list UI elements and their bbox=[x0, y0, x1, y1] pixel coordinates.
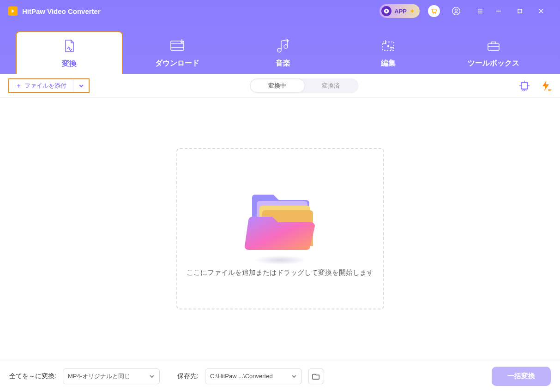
medal-icon bbox=[381, 6, 391, 16]
app-promo-pill[interactable]: APP ✦ bbox=[379, 4, 420, 18]
svg-point-16 bbox=[387, 45, 389, 47]
save-path-value: C:\HitPaw ...\Converted bbox=[210, 373, 273, 380]
add-file-label: ファイルを添付 bbox=[24, 82, 66, 90]
status-segmented-control: 変換中 変換済 bbox=[250, 78, 359, 93]
svg-point-4 bbox=[455, 9, 458, 11]
titlebar: HitPaw Video Converter APP ✦ bbox=[0, 0, 560, 22]
tab-edit[interactable]: 編集 bbox=[336, 31, 441, 74]
filmstrip-download-icon bbox=[169, 37, 186, 54]
convert-all-label: 全てを～に変換: bbox=[9, 372, 56, 380]
music-note-icon bbox=[275, 37, 291, 54]
sparkle-icon: ✦ bbox=[409, 7, 415, 15]
account-button[interactable] bbox=[448, 3, 464, 19]
save-path-select[interactable]: C:\HitPaw ...\Converted bbox=[205, 368, 302, 384]
batch-convert-label: 一括変換 bbox=[507, 372, 535, 380]
tab-label: ダウンロード bbox=[155, 59, 199, 68]
svg-text:on: on bbox=[522, 88, 527, 92]
file-convert-icon bbox=[61, 38, 78, 54]
window-close[interactable] bbox=[530, 4, 552, 18]
main-nav: 変換 ダウンロード 音楽 編集 ツールボックス bbox=[0, 22, 560, 74]
svg-rect-9 bbox=[518, 9, 522, 13]
tab-convert[interactable]: 変換 bbox=[16, 31, 123, 74]
tab-toolbox[interactable]: ツールボックス bbox=[441, 31, 546, 74]
footer-bar: 全てを～に変換: MP4-オリジナルと同じ 保存先: C:\HitPaw ...… bbox=[0, 360, 560, 392]
toolbox-icon bbox=[485, 37, 502, 54]
dropzone[interactable]: ここにファイルを追加またはドラッグして変換を開始します bbox=[176, 148, 384, 309]
crop-icon bbox=[380, 37, 397, 54]
add-file-button-group: ＋ ファイルを添付 bbox=[8, 78, 90, 93]
batch-convert-button[interactable]: 一括変換 bbox=[492, 367, 551, 386]
tab-download[interactable]: ダウンロード bbox=[125, 31, 230, 74]
add-file-button[interactable]: ＋ ファイルを添付 bbox=[9, 79, 73, 92]
tab-label: 音楽 bbox=[276, 59, 290, 68]
format-select[interactable]: MP4-オリジナルと同じ bbox=[63, 368, 160, 384]
lightning-accel-toggle[interactable]: on bbox=[540, 80, 552, 92]
svg-rect-17 bbox=[488, 44, 499, 50]
save-to-label: 保存先: bbox=[177, 372, 199, 380]
window-minimize[interactable] bbox=[488, 4, 509, 18]
open-folder-button[interactable] bbox=[308, 368, 324, 384]
tab-label: ツールボックス bbox=[468, 59, 519, 68]
subbar: ＋ ファイルを添付 変換中 変換済 on on bbox=[0, 74, 560, 98]
cpu-accel-toggle[interactable]: on bbox=[518, 80, 530, 92]
tab-label: 編集 bbox=[381, 59, 396, 68]
app-logo-icon bbox=[8, 6, 18, 16]
menu-button[interactable] bbox=[472, 3, 488, 19]
dropzone-hint: ここにファイルを追加またはドラッグして変換を開始します bbox=[187, 268, 373, 277]
tab-label: 変換 bbox=[62, 59, 77, 69]
workspace: ここにファイルを追加またはドラッグして変換を開始します bbox=[0, 98, 560, 360]
svg-text:on: on bbox=[548, 88, 552, 92]
svg-point-1 bbox=[433, 13, 434, 14]
app-title: HitPaw Video Converter bbox=[22, 7, 101, 15]
add-file-dropdown[interactable] bbox=[73, 79, 89, 92]
chevron-down-icon bbox=[291, 374, 297, 379]
segment-converting[interactable]: 変換中 bbox=[251, 79, 304, 92]
segment-converted[interactable]: 変換済 bbox=[304, 79, 358, 92]
chevron-down-icon bbox=[149, 374, 155, 379]
cart-button[interactable] bbox=[428, 5, 440, 17]
svg-point-2 bbox=[435, 13, 436, 14]
plus-icon: ＋ bbox=[16, 82, 22, 90]
format-value: MP4-オリジナルと同じ bbox=[68, 372, 130, 380]
content-area: ＋ ファイルを添付 変換中 変換済 on on bbox=[0, 74, 560, 392]
folder-stack-icon bbox=[236, 181, 324, 255]
window-maximize[interactable] bbox=[509, 4, 530, 18]
tab-music[interactable]: 音楽 bbox=[230, 31, 335, 74]
